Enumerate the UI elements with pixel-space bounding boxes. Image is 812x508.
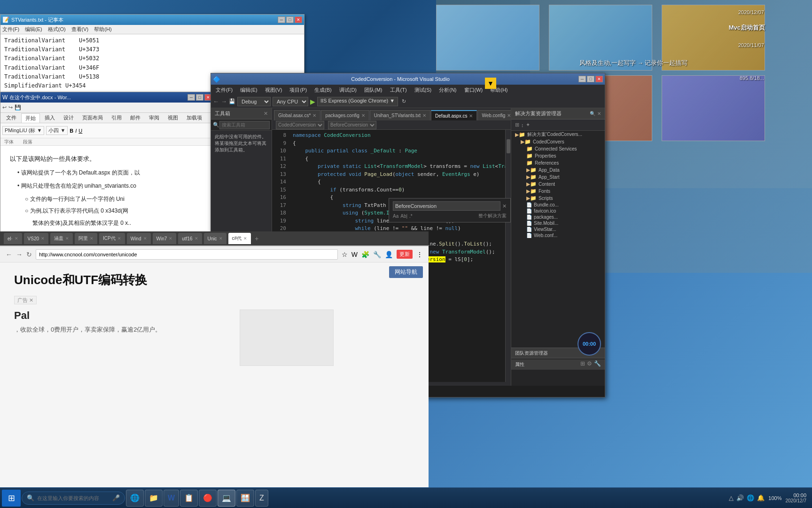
browser-tab-unic[interactable]: Unic ✕ (204, 233, 226, 244)
vs-sol-item-solution[interactable]: ▶📁 解决方案'CodedConvers... (511, 131, 605, 138)
word-redo-btn[interactable]: ↪ (8, 104, 13, 111)
browser-refresh-btn[interactable]: ↻ (26, 251, 32, 258)
vs-tab-default[interactable]: Default.aspx.cs ✕ (431, 110, 477, 120)
vs-menu-analyze[interactable]: 分析(N) (436, 87, 459, 94)
vs-toolbar-refresh[interactable]: ↻ (402, 98, 406, 104)
word-tab-mail[interactable]: 邮件 (126, 113, 144, 122)
vs-sol-item-props[interactable]: 📁 Properties (511, 152, 605, 159)
word-bold-btn[interactable]: B (70, 128, 73, 134)
browser-tab-el-close[interactable]: ✕ (15, 236, 18, 241)
browser-tab-ali-close[interactable]: ✕ (90, 236, 94, 241)
notepad-minimize-btn[interactable]: ─ (278, 16, 285, 23)
vs-run-btn[interactable]: ▶ (310, 98, 315, 105)
vs-find-close-btn[interactable]: ✕ (502, 203, 507, 209)
vs-sol-item-viewstart[interactable]: 📄 ViewStar... (511, 226, 605, 232)
vs-menu-window[interactable]: 窗口(W) (461, 87, 486, 94)
webpage-nav-label[interactable]: 网站导航 (389, 266, 423, 278)
browser-menu-icon[interactable]: ⋮ (416, 251, 423, 258)
vs-tab-webconfig[interactable]: Web.config ✕ (477, 110, 511, 120)
vs-toolbar-save[interactable]: 💾 (229, 98, 235, 104)
browser-tab-win7-close[interactable]: ✕ (169, 236, 172, 241)
vs-sol-item-scripts[interactable]: ▶📁 Scripts (511, 195, 605, 202)
browser-bookmark-icon[interactable]: ☆ (342, 251, 348, 258)
vs-tab-packages-close[interactable]: ✕ (361, 113, 365, 118)
taskbar-mic-icon[interactable]: 🎤 (112, 494, 120, 501)
vs-bottom-icon-2[interactable]: ⚙ (587, 360, 592, 367)
vs-tab-default-close[interactable]: ✕ (469, 113, 473, 119)
vs-sol-item-bundle[interactable]: 📄 Bundle.co... (511, 202, 605, 208)
vs-toolbox-search-input[interactable] (219, 121, 270, 129)
word-font-selector[interactable]: PMingLiU (标 ▼ (2, 126, 44, 135)
taskbar-item-explorer[interactable]: 📁 (145, 490, 163, 507)
vs-class-dropdown[interactable]: CodedConversion (276, 121, 324, 129)
vs-scroll-thumb[interactable] (507, 139, 510, 153)
vs-toolbox-close-btn[interactable]: ✕ (264, 111, 268, 117)
word-minimize-btn[interactable]: ─ (187, 94, 195, 101)
browser-forward-btn[interactable]: → (16, 251, 23, 258)
vs-sol-item-webconfig[interactable]: 📄 Web.conf... (511, 232, 605, 238)
browser-tab-wind-close[interactable]: ✕ (143, 236, 147, 241)
vs-sol-item-project[interactable]: ▶📁 CodedConvers (511, 138, 605, 145)
browser-extension-icon-2[interactable]: 🧩 (361, 251, 369, 258)
word-tab-insert[interactable]: 插入 (41, 113, 59, 122)
taskbar-arrow-icon[interactable]: △ (729, 494, 734, 501)
notepad-menu-edit[interactable]: 编辑(E) (25, 26, 42, 33)
vs-sol-item-sitemobile[interactable]: 📄 Site.Mobil... (511, 220, 605, 226)
browser-tab-vs20-close[interactable]: ✕ (41, 236, 45, 241)
vs-bottom-icon-3[interactable]: 🔧 (594, 360, 601, 367)
browser-tab-win7[interactable]: Win7 ✕ (153, 233, 177, 244)
browser-tab-cover-close[interactable]: ✕ (65, 236, 69, 241)
taskbar-item-onenote[interactable]: 📋 (180, 490, 198, 507)
browser-tab-icp[interactable]: ICP代 ✕ (99, 233, 125, 244)
vs-tab-global-close[interactable]: ✕ (312, 113, 316, 118)
vs-sol-item-favicon[interactable]: 📄 favicon.ico (511, 208, 605, 214)
browser-tab-csharp-close[interactable]: ✕ (243, 236, 247, 241)
vs-server-selector[interactable]: IIS Express (Google Chrome) ▼ (317, 97, 398, 106)
browser-tab-ali[interactable]: 阿里 ✕ (75, 233, 97, 244)
browser-new-tab-btn[interactable]: + (253, 235, 260, 242)
browser-url-bar[interactable] (36, 249, 338, 260)
vs-solution-close-icon[interactable]: ✕ (597, 111, 601, 116)
vs-platform-selector[interactable]: Any CPU (273, 97, 308, 106)
taskbar-item-zeal[interactable]: Z (255, 490, 268, 507)
taskbar-item-win[interactable]: 🪟 (236, 490, 254, 507)
vs-solution-search-icon[interactable]: 🔍 (590, 111, 595, 116)
webpage-ad-text[interactable]: 广告 ✕ (14, 296, 37, 304)
browser-tab-unic-close[interactable]: ✕ (219, 236, 223, 241)
taskbar-volume-icon[interactable]: 🔊 (736, 494, 744, 501)
notepad-maximize-btn[interactable]: □ (286, 16, 294, 23)
vs-maximize-btn[interactable]: □ (587, 76, 594, 82)
vs-menu-file[interactable]: 文件(F) (213, 87, 235, 94)
browser-tab-utf16[interactable]: utf16 ✕ (178, 233, 202, 244)
vs-sol-item-refs[interactable]: 📁 References (511, 159, 605, 167)
word-tab-view[interactable]: 视图 (164, 113, 182, 122)
taskbar-item-vs[interactable]: 💻 (218, 490, 235, 507)
vs-toolbar-forward[interactable]: → (221, 98, 227, 105)
vs-sol-item-connected[interactable]: 📁 Connected Services (511, 145, 605, 152)
taskbar-item-browser[interactable]: 🌐 (126, 490, 144, 507)
word-tab-home[interactable]: 开始 (21, 113, 40, 123)
vs-debug-selector[interactable]: Debug Release (237, 97, 271, 106)
notepad-close-btn[interactable]: ✕ (295, 16, 302, 23)
word-tab-addon[interactable]: 加载项 (183, 113, 206, 122)
word-tab-review[interactable]: 审阅 (145, 113, 163, 122)
browser-tab-csharp[interactable]: c#代 ✕ (228, 233, 251, 244)
word-maximize-btn[interactable]: □ (196, 94, 203, 101)
vs-tab-unihan[interactable]: Unihan_STVariants.txt ✕ (370, 110, 430, 120)
filter-icon[interactable]: ▼ (485, 78, 496, 89)
taskbar-item-word[interactable]: W (164, 490, 179, 507)
browser-tab-wind[interactable]: Wind ✕ (127, 233, 151, 244)
vs-sol-toolbar-btn1[interactable]: ⊞ (515, 122, 519, 128)
word-tab-layout[interactable]: 页面布局 (78, 113, 107, 122)
word-underline-btn[interactable]: U (78, 128, 82, 134)
browser-tab-utf16-close[interactable]: ✕ (195, 236, 198, 241)
vs-tab-unihan-close[interactable]: ✕ (422, 113, 426, 118)
browser-extension-icon-3[interactable]: 🔧 (373, 251, 381, 258)
browser-user-icon[interactable]: 👤 (385, 251, 393, 258)
vs-sol-item-packages[interactable]: 📄 packages... (511, 214, 605, 220)
vs-toolbar-back[interactable]: ← (213, 98, 219, 105)
vs-menu-team[interactable]: 团队(M) (361, 87, 385, 94)
vs-sol-item-appstart[interactable]: ▶📁 App_Start (511, 174, 605, 181)
vs-menu-project[interactable]: 项目(P) (287, 87, 310, 94)
browser-tab-el[interactable]: el· ✕ (4, 233, 22, 244)
